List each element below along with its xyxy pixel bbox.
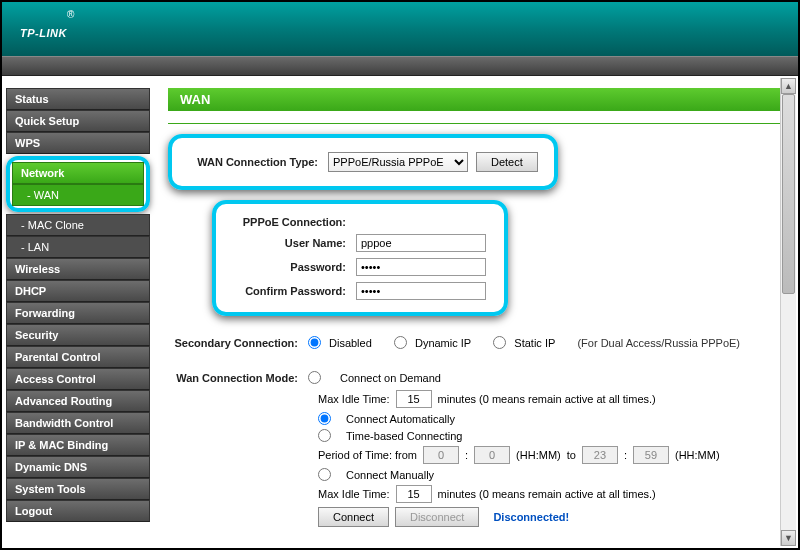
highlight-pppoe: PPPoE Connection: User Name: Password: C… xyxy=(212,200,508,316)
hhmm2: (HH:MM) xyxy=(675,449,720,461)
confirm-password-label: Confirm Password: xyxy=(216,285,356,297)
sidebar-item-logout[interactable]: Logout xyxy=(6,500,150,522)
sidebar-item-ip-mac-binding[interactable]: IP & MAC Binding xyxy=(6,434,150,456)
header: TP-LINK® xyxy=(2,2,798,56)
wan-type-select[interactable]: PPPoE/Russia PPPoE xyxy=(328,152,468,172)
sidebar-item-wps[interactable]: WPS xyxy=(6,132,150,154)
idle2-time-input[interactable] xyxy=(396,485,432,503)
idle2-label: Max Idle Time: xyxy=(318,488,390,500)
scroll-thumb[interactable] xyxy=(782,94,795,294)
period-m2-input[interactable] xyxy=(633,446,669,464)
sidebar-item-parental-control[interactable]: Parental Control xyxy=(6,346,150,368)
sidebar-item-bandwidth-control[interactable]: Bandwidth Control xyxy=(6,412,150,434)
scroll-up-button[interactable]: ▲ xyxy=(781,78,796,94)
period-h1-input[interactable] xyxy=(423,446,459,464)
pppoe-heading: PPPoE Connection: xyxy=(216,216,356,228)
sidebar-highlight: Network- WAN xyxy=(6,156,150,212)
idle-note: minutes (0 means remain active at all ti… xyxy=(438,393,656,405)
sidebar-item-wan[interactable]: - WAN xyxy=(12,184,144,206)
confirm-password-input[interactable] xyxy=(356,282,486,300)
idle-time-input[interactable] xyxy=(396,390,432,408)
period-h2-input[interactable] xyxy=(582,446,618,464)
sidebar-item-system-tools[interactable]: System Tools xyxy=(6,478,150,500)
password-label: Password: xyxy=(216,261,356,273)
topbar xyxy=(2,56,798,76)
hhmm1: (HH:MM) xyxy=(516,449,561,461)
sidebar: StatusQuick SetupWPSNetwork- WAN- MAC Cl… xyxy=(2,76,150,548)
sidebar-item-dhcp[interactable]: DHCP xyxy=(6,280,150,302)
page-title: WAN xyxy=(168,88,780,111)
sidebar-item-network[interactable]: Network xyxy=(12,162,144,184)
wan-mode-label: Wan Connection Mode: xyxy=(168,372,308,384)
sidebar-item-security[interactable]: Security xyxy=(6,324,150,346)
secondary-static-radio[interactable] xyxy=(493,336,506,349)
scrollbar[interactable]: ▲ ▼ xyxy=(780,78,796,546)
sidebar-item-mac-clone[interactable]: - MAC Clone xyxy=(6,214,150,236)
logo: TP-LINK® xyxy=(20,15,75,43)
connection-status: Disconnected! xyxy=(493,511,569,523)
secondary-dynamic-radio[interactable] xyxy=(394,336,407,349)
idle2-note: minutes (0 means remain active at all ti… xyxy=(438,488,656,500)
detect-button[interactable]: Detect xyxy=(476,152,538,172)
secondary-dynamic-label: Dynamic IP xyxy=(415,337,471,349)
mode-time-label: Time-based Connecting xyxy=(346,430,462,442)
disconnect-button[interactable]: Disconnect xyxy=(395,507,479,527)
sidebar-item-wireless[interactable]: Wireless xyxy=(6,258,150,280)
sidebar-item-advanced-routing[interactable]: Advanced Routing xyxy=(6,390,150,412)
secondary-connection-label: Secondary Connection: xyxy=(168,337,308,349)
sidebar-item-quick-setup[interactable]: Quick Setup xyxy=(6,110,150,132)
sidebar-item-forwarding[interactable]: Forwarding xyxy=(6,302,150,324)
mode-demand-label: Connect on Demand xyxy=(340,372,441,384)
mode-auto-radio[interactable] xyxy=(318,412,331,425)
mode-manual-label: Connect Manually xyxy=(346,469,434,481)
divider xyxy=(168,123,780,124)
sidebar-item-lan[interactable]: - LAN xyxy=(6,236,150,258)
sidebar-item-access-control[interactable]: Access Control xyxy=(6,368,150,390)
connect-button[interactable]: Connect xyxy=(318,507,389,527)
highlight-wan-type: WAN Connection Type: PPPoE/Russia PPPoE … xyxy=(168,134,558,190)
secondary-note: (For Dual Access/Russia PPPoE) xyxy=(577,337,740,349)
idle-label: Max Idle Time: xyxy=(318,393,390,405)
mode-demand-radio[interactable] xyxy=(308,371,321,384)
content-area: WAN WAN Connection Type: PPPoE/Russia PP… xyxy=(150,76,798,548)
username-input[interactable] xyxy=(356,234,486,252)
period-m1-input[interactable] xyxy=(474,446,510,464)
to-label: to xyxy=(567,449,576,461)
sidebar-item-status[interactable]: Status xyxy=(6,88,150,110)
sidebar-item-dynamic-dns[interactable]: Dynamic DNS xyxy=(6,456,150,478)
period-label: Period of Time: from xyxy=(318,449,417,461)
secondary-static-label: Static IP xyxy=(514,337,555,349)
secondary-disabled-radio[interactable] xyxy=(308,336,321,349)
mode-time-radio[interactable] xyxy=(318,429,331,442)
password-input[interactable] xyxy=(356,258,486,276)
mode-auto-label: Connect Automatically xyxy=(346,413,455,425)
wan-type-label: WAN Connection Type: xyxy=(188,156,328,168)
mode-manual-radio[interactable] xyxy=(318,468,331,481)
secondary-disabled-label: Disabled xyxy=(329,337,372,349)
username-label: User Name: xyxy=(216,237,356,249)
scroll-down-button[interactable]: ▼ xyxy=(781,530,796,546)
